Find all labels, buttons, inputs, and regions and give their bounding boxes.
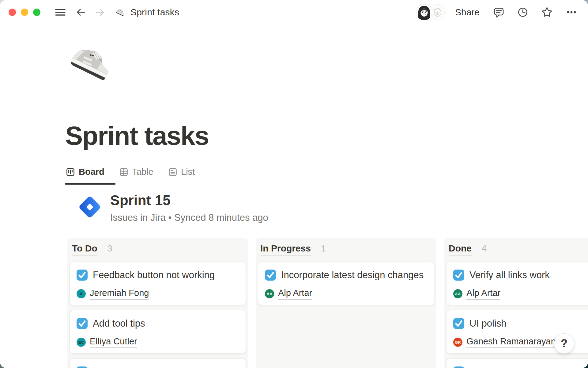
column-title[interactable]: Done bbox=[449, 243, 472, 255]
linked-database-header: Sprint 15 Issues in Jira • Synced 8 minu… bbox=[77, 192, 268, 223]
task-title: Add tool tips bbox=[93, 318, 145, 329]
task-checkbox[interactable] bbox=[453, 318, 464, 329]
task-card[interactable]: Feedback button not working JF Jeremiah … bbox=[70, 262, 246, 305]
assignee-name: Ganesh Ramanarayanan bbox=[466, 336, 566, 348]
task-checkbox[interactable] bbox=[453, 366, 464, 368]
assignee-name: Alp Artar bbox=[278, 288, 312, 300]
favorite-star-icon[interactable] bbox=[541, 6, 553, 18]
task-card-partial[interactable] bbox=[446, 358, 588, 368]
column-count: 1 bbox=[321, 243, 326, 253]
assignee-avatar: JF bbox=[77, 289, 86, 298]
jira-logo-icon bbox=[77, 194, 103, 220]
woman-avatar bbox=[416, 4, 432, 21]
share-button[interactable]: Share bbox=[455, 7, 480, 17]
task-card[interactable]: Verify all links work AA Alp Artar bbox=[446, 262, 588, 305]
column-count: 4 bbox=[481, 243, 487, 253]
column-count: 3 bbox=[107, 243, 112, 253]
page-icon-sneaker[interactable] bbox=[68, 39, 116, 87]
column-title[interactable]: In Progress bbox=[260, 243, 311, 255]
assignee-avatar: AA bbox=[453, 289, 462, 298]
forward-icon[interactable] bbox=[94, 7, 105, 18]
minimize-window-button[interactable] bbox=[21, 9, 28, 16]
task-checkbox[interactable] bbox=[453, 270, 464, 281]
tab-board[interactable]: Board bbox=[66, 166, 104, 177]
collaborator-avatars[interactable] bbox=[416, 4, 446, 21]
tab-board-label: Board bbox=[79, 167, 104, 177]
assignee-name: Alp Artar bbox=[466, 288, 500, 300]
back-icon[interactable] bbox=[75, 7, 86, 18]
topbar-page-title[interactable]: Sprint tasks bbox=[130, 7, 179, 17]
tab-table[interactable]: Table bbox=[119, 166, 153, 177]
view-tabs: Board Table List bbox=[66, 166, 524, 184]
task-title: Incorporate latest design changes bbox=[281, 270, 424, 280]
sneaker-page-icon bbox=[115, 7, 126, 18]
comments-icon[interactable] bbox=[493, 6, 505, 18]
assignee-name: Elliya Cutler bbox=[90, 336, 137, 348]
sidebar-toggle-icon[interactable] bbox=[55, 6, 66, 18]
tab-list[interactable]: List bbox=[168, 166, 195, 177]
assignee-avatar: EC bbox=[77, 338, 86, 347]
zoom-window-button[interactable] bbox=[33, 9, 40, 16]
task-card-partial[interactable] bbox=[70, 358, 246, 368]
task-card[interactable]: Incorporate latest design changes AA Alp… bbox=[258, 262, 434, 305]
task-checkbox[interactable] bbox=[77, 270, 88, 281]
help-button[interactable]: ? bbox=[554, 333, 574, 354]
notion-window: Sprint tasks Share Sprint tasks bbox=[0, 0, 588, 368]
task-title: UI polish bbox=[469, 318, 507, 329]
tab-table-label: Table bbox=[132, 167, 153, 177]
window-controls bbox=[9, 9, 40, 16]
task-assignee[interactable]: JF Jeremiah Fong bbox=[77, 289, 239, 299]
board-column-in-progress: In Progress 1 Incorporate latest design … bbox=[256, 238, 436, 368]
sprint-title[interactable]: Sprint 15 bbox=[110, 192, 268, 209]
tabs-divider bbox=[66, 184, 524, 184]
board-view-icon bbox=[66, 167, 75, 177]
page-title[interactable]: Sprint tasks bbox=[65, 120, 209, 151]
column-title[interactable]: To Do bbox=[72, 243, 97, 255]
task-checkbox[interactable] bbox=[77, 366, 88, 368]
close-window-button[interactable] bbox=[9, 9, 16, 16]
sync-status-text: Issues in Jira • Synced 8 minutes ago bbox=[110, 212, 268, 223]
task-assignee[interactable]: EC Elliya Cutler bbox=[77, 337, 239, 347]
assignee-avatar: GR bbox=[453, 338, 462, 347]
board-column-todo: To Do 3 Feedback button not working JF J… bbox=[67, 238, 248, 368]
tab-list-label: List bbox=[181, 167, 195, 177]
task-checkbox[interactable] bbox=[265, 270, 276, 281]
topbar: Sprint tasks Share bbox=[0, 0, 588, 25]
task-checkbox[interactable] bbox=[77, 318, 88, 329]
assignee-avatar: AA bbox=[265, 289, 274, 298]
task-title: Feedback button not working bbox=[93, 270, 215, 280]
table-view-icon bbox=[119, 167, 128, 177]
task-title: Verify all links work bbox=[469, 270, 550, 280]
assignee-name: Jeremiah Fong bbox=[90, 288, 149, 300]
task-assignee[interactable]: AA Alp Artar bbox=[453, 289, 588, 299]
history-clock-icon[interactable] bbox=[517, 6, 529, 18]
list-view-icon bbox=[168, 167, 177, 177]
more-ellipsis-icon[interactable] bbox=[565, 6, 578, 18]
kanban-board: To Do 3 Feedback button not working JF J… bbox=[67, 238, 588, 368]
task-card[interactable]: Add tool tips EC Elliya Cutler bbox=[70, 310, 246, 354]
task-assignee[interactable]: AA Alp Artar bbox=[265, 289, 427, 299]
